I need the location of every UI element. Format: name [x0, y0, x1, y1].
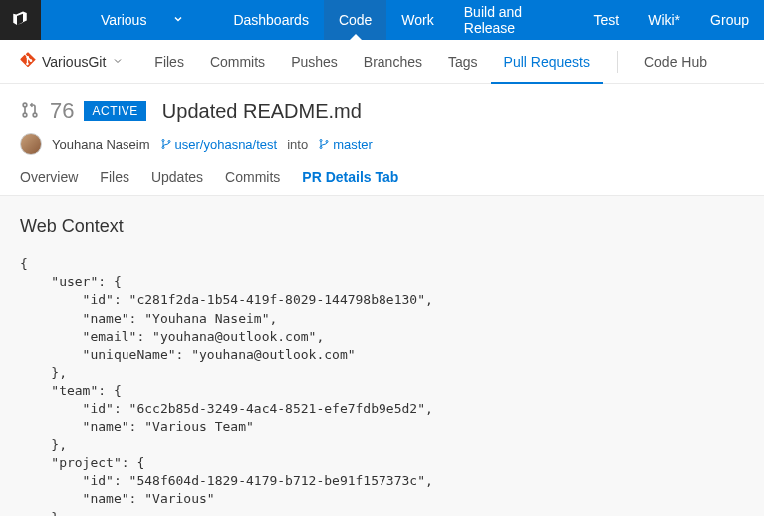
subnav-item-branches[interactable]: Branches — [351, 40, 435, 84]
topnav-item-code[interactable]: Code — [324, 0, 386, 40]
topnav-item-group[interactable]: Group — [695, 0, 764, 40]
pull-request-icon — [20, 100, 40, 123]
svg-point-3 — [162, 140, 164, 142]
pr-tab-pr-details-tab[interactable]: PR Details Tab — [302, 169, 398, 195]
pr-tab-overview[interactable]: Overview — [20, 169, 78, 195]
project-name: Various — [101, 12, 146, 28]
pr-tab-files[interactable]: Files — [100, 169, 129, 195]
svg-point-2 — [33, 113, 37, 117]
pr-title-row: 76 ACTIVE Updated README.md — [20, 98, 744, 124]
chevron-down-icon — [172, 12, 184, 28]
code-hub-link[interactable]: Code Hub — [632, 40, 720, 84]
svg-point-6 — [320, 140, 322, 142]
chevron-down-icon — [112, 54, 124, 70]
divider — [617, 51, 618, 73]
pr-tabs: OverviewFilesUpdatesCommitsPR Details Ta… — [0, 155, 764, 196]
source-branch-name: user/yohasna/test — [175, 137, 278, 152]
panel-heading: Web Context — [20, 216, 744, 237]
subnav-items: FilesCommitsPushesBranchesTagsPull Reque… — [141, 40, 603, 84]
top-nav-items: DashboardsCodeWorkBuild and ReleaseTestW… — [218, 0, 764, 40]
vsts-logo-icon — [11, 10, 29, 31]
pr-meta: Youhana Naseim user/yohasna/test into ma… — [20, 133, 744, 155]
subnav-item-pushes[interactable]: Pushes — [278, 40, 351, 84]
svg-point-7 — [320, 147, 322, 149]
git-icon — [20, 52, 36, 71]
pr-author[interactable]: Youhana Naseim — [52, 137, 150, 152]
topnav-item-build-and-release[interactable]: Build and Release — [449, 0, 579, 40]
repo-name: VariousGit — [42, 54, 106, 70]
into-label: into — [287, 137, 308, 152]
source-branch[interactable]: user/yohasna/test — [160, 137, 278, 152]
pr-tab-updates[interactable]: Updates — [151, 169, 203, 195]
pr-title: Updated README.md — [162, 100, 362, 123]
pr-tab-commits[interactable]: Commits — [225, 169, 280, 195]
pr-header: 76 ACTIVE Updated README.md Youhana Nase… — [0, 84, 764, 155]
subnav-item-pull-requests[interactable]: Pull Requests — [491, 40, 603, 84]
svg-point-4 — [162, 147, 164, 149]
web-context-json: { "user": { "id": "c281f2da-1b54-419f-80… — [20, 255, 744, 516]
target-branch[interactable]: master — [318, 137, 373, 152]
repo-selector[interactable]: VariousGit — [20, 52, 124, 71]
svg-point-1 — [23, 113, 27, 117]
topnav-item-test[interactable]: Test — [579, 0, 635, 40]
pr-number: 76 — [50, 98, 74, 124]
topnav-item-dashboards[interactable]: Dashboards — [218, 0, 324, 40]
subnav-item-tags[interactable]: Tags — [435, 40, 491, 84]
target-branch-name: master — [333, 137, 373, 152]
avatar[interactable] — [20, 133, 42, 155]
pr-status-badge: ACTIVE — [84, 101, 145, 121]
svg-point-8 — [326, 141, 328, 143]
vsts-logo[interactable] — [0, 0, 41, 40]
topnav-item-wiki-[interactable]: Wiki* — [634, 0, 695, 40]
code-subnav: VariousGit FilesCommitsPushesBranchesTag… — [0, 40, 764, 84]
pr-details-panel: Web Context { "user": { "id": "c281f2da-… — [0, 196, 764, 516]
project-selector[interactable]: Various — [41, 0, 218, 40]
svg-point-0 — [23, 103, 27, 107]
subnav-item-commits[interactable]: Commits — [197, 40, 278, 84]
svg-point-5 — [168, 141, 170, 143]
subnav-item-files[interactable]: Files — [141, 40, 197, 84]
global-nav: Various DashboardsCodeWorkBuild and Rele… — [0, 0, 764, 40]
topnav-item-work[interactable]: Work — [386, 0, 448, 40]
